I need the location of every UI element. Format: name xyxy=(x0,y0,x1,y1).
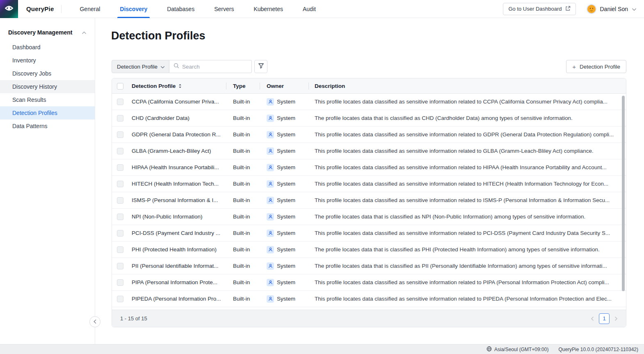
user-icon xyxy=(267,230,274,237)
owner-name: System xyxy=(277,181,295,187)
profile-type: Built-in xyxy=(226,115,260,121)
table-row[interactable]: NPI (Non-Public Information) Built-in Sy… xyxy=(112,209,626,225)
profile-name: HIPAA (Health Insurance Portabili... xyxy=(132,164,226,170)
profile-type: Built-in xyxy=(226,279,260,285)
table-row[interactable]: PIPEDA (Personal Information Pro... Buil… xyxy=(112,291,626,307)
user-menu[interactable]: Daniel Son xyxy=(587,4,637,14)
chevron-down-icon xyxy=(160,64,165,70)
row-checkbox[interactable] xyxy=(117,279,123,286)
user-icon xyxy=(267,147,274,155)
row-checkbox[interactable] xyxy=(117,164,123,171)
next-page-button[interactable] xyxy=(614,316,618,321)
querypie-logo-icon xyxy=(4,3,14,15)
user-icon xyxy=(267,295,274,303)
profile-type: Built-in xyxy=(226,246,260,253)
tab-kubernetes[interactable]: Kubernetes xyxy=(253,0,284,18)
chevron-left-icon xyxy=(93,318,97,326)
column-header-owner[interactable]: Owner xyxy=(260,78,309,94)
row-checkbox[interactable] xyxy=(117,214,123,220)
table-row[interactable]: GDPR (General Data Protection R... Built… xyxy=(112,126,626,143)
profile-type: Built-in xyxy=(226,131,260,138)
owner-name: System xyxy=(277,115,295,121)
row-checkbox[interactable] xyxy=(117,148,123,154)
profile-description: This profile locates data classified as … xyxy=(309,164,626,170)
profile-description: The profile locates data that is classif… xyxy=(309,214,626,220)
search-input[interactable] xyxy=(182,64,247,70)
owner-name: System xyxy=(277,263,295,269)
table-row[interactable]: PCI-DSS (Payment Card Industry ... Built… xyxy=(112,225,626,241)
nav-divider xyxy=(61,5,62,13)
row-checkbox[interactable] xyxy=(117,197,123,204)
column-label: Type xyxy=(233,83,246,89)
row-checkbox[interactable] xyxy=(117,115,123,122)
sidebar-item-discovery-history[interactable]: Discovery History xyxy=(0,80,95,93)
sidebar-item-detection-profiles[interactable]: Detection Profiles xyxy=(0,106,95,120)
funnel-icon xyxy=(258,63,264,70)
sidebar-item-data-patterns[interactable]: Data Patterns xyxy=(0,120,95,133)
column-header-type[interactable]: Type xyxy=(226,78,260,94)
filter-field-select[interactable]: Detection Profile xyxy=(112,60,169,73)
table-scrollbar-thumb[interactable] xyxy=(622,96,625,291)
pagination-range: 1 - 15 of 15 xyxy=(120,315,147,322)
row-checkbox[interactable] xyxy=(117,296,123,302)
profile-description: This profile locates data classified as … xyxy=(309,148,626,154)
dashboard-button-label: Go to User Dashboard xyxy=(508,6,562,12)
chevron-down-icon xyxy=(632,5,637,13)
user-icon xyxy=(267,131,274,138)
row-checkbox[interactable] xyxy=(117,99,123,105)
profile-name: PHI (Protected Health Information) xyxy=(132,246,226,253)
column-header-detection-profile[interactable]: Detection Profile xyxy=(132,78,226,94)
owner-name: System xyxy=(277,131,295,138)
tab-servers[interactable]: Servers xyxy=(213,0,235,18)
sidebar-item-inventory[interactable]: Inventory xyxy=(0,54,95,67)
profile-type: Built-in xyxy=(226,181,260,187)
row-checkbox[interactable] xyxy=(117,230,123,237)
tab-general[interactable]: General xyxy=(79,0,101,18)
table-row[interactable]: HITECH (Health Information Tech... Built… xyxy=(112,176,626,192)
owner-name: System xyxy=(277,230,295,236)
add-detection-profile-button[interactable]: + Detection Profile xyxy=(566,60,626,73)
profile-description: This profile locates data classified as … xyxy=(309,279,626,285)
page-number-button[interactable]: 1 xyxy=(599,313,610,324)
sidebar-item-discovery-jobs[interactable]: Discovery Jobs xyxy=(0,67,95,80)
previous-page-button[interactable] xyxy=(591,316,594,321)
sidebar-collapse-button[interactable] xyxy=(89,316,100,327)
user-name: Daniel Son xyxy=(600,6,628,12)
table-row[interactable]: PHI (Protected Health Information) Built… xyxy=(112,241,626,258)
table-row[interactable]: PII (Personal Identifiable Informat... B… xyxy=(112,258,626,274)
table-row[interactable]: HIPAA (Health Insurance Portabili... Bui… xyxy=(112,159,626,176)
toolbar: Detection Profile + De xyxy=(112,60,626,73)
owner-name: System xyxy=(277,99,295,105)
table-footer: 1 - 15 of 15 1 xyxy=(112,310,626,327)
go-to-user-dashboard-button[interactable]: Go to User Dashboard xyxy=(503,3,575,15)
row-checkbox[interactable] xyxy=(117,181,123,187)
column-label: Description xyxy=(315,83,345,89)
tab-databases[interactable]: Databases xyxy=(166,0,195,18)
owner-name: System xyxy=(277,148,295,154)
select-all-checkbox[interactable] xyxy=(117,83,123,90)
row-checkbox[interactable] xyxy=(117,263,123,269)
table-row[interactable]: GLBA (Gramm-Leach-Bliley Act) Built-in S… xyxy=(112,143,626,159)
querypie-logo[interactable] xyxy=(0,0,18,18)
column-header-description[interactable]: Description xyxy=(309,78,626,94)
row-checkbox[interactable] xyxy=(117,246,123,253)
table-row[interactable]: CHD (Cardholder Data) Built-in System Th… xyxy=(112,110,626,126)
tab-audit[interactable]: Audit xyxy=(302,0,317,18)
timezone[interactable]: Asia/Seoul (GMT+09:00) xyxy=(486,346,548,353)
sidebar-item-scan-results[interactable]: Scan Results xyxy=(0,93,95,106)
profile-type: Built-in xyxy=(226,230,260,236)
profile-name: ISMS-P (Personal Information & I... xyxy=(132,197,226,203)
user-icon xyxy=(267,279,274,286)
table-row[interactable]: ISMS-P (Personal Information & I... Buil… xyxy=(112,192,626,209)
owner-name: System xyxy=(277,197,295,203)
table-row[interactable]: CCPA (California Consumer Priva... Built… xyxy=(112,94,626,110)
profile-type: Built-in xyxy=(226,99,260,105)
tab-discovery[interactable]: Discovery xyxy=(119,0,148,18)
profile-type: Built-in xyxy=(226,263,260,269)
avatar xyxy=(587,4,596,14)
filter-button[interactable] xyxy=(254,60,267,73)
sidebar-item-dashboard[interactable]: Dashboard xyxy=(0,41,95,54)
sidebar-section-discovery-management[interactable]: Discovery Management xyxy=(0,18,95,41)
table-row[interactable]: PIPA (Personal Information Prote... Buil… xyxy=(112,274,626,291)
row-checkbox[interactable] xyxy=(117,131,123,138)
